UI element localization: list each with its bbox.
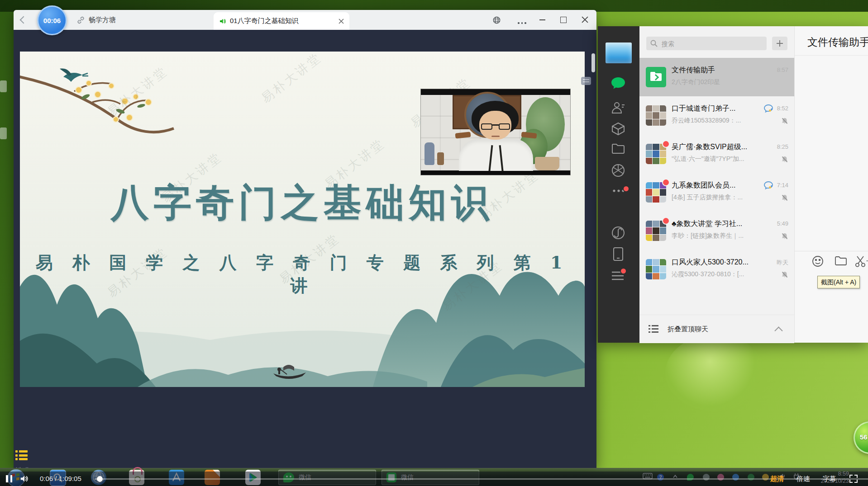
chat-name: 文件传输助手 <box>672 66 715 75</box>
mute-icon <box>782 194 788 201</box>
divider <box>795 251 868 251</box>
contacts-icon[interactable] <box>611 101 625 114</box>
video-subtitle: 易 朴 国 学 之 八 字 奇 门 专 题 系 列 第 1 讲 <box>20 251 585 297</box>
mini-program-icon[interactable] <box>611 226 625 240</box>
chat-preview: "弘道·六一"邀请"7YP"加... <box>672 155 744 163</box>
mute-icon <box>782 118 788 124</box>
mute-icon <box>782 233 788 240</box>
tab-close-icon[interactable] <box>339 19 344 24</box>
video-player-area[interactable]: 易朴大讲堂 易朴大讲堂 易朴大讲堂 易朴大讲堂 易朴大讲堂 易朴大讲堂 易朴大讲… <box>14 30 596 468</box>
search-box[interactable] <box>646 37 767 50</box>
chat-name: 吴广儒·象数SVIP超级... <box>672 142 747 152</box>
presenter-mouth <box>491 136 500 137</box>
favorites-icon[interactable] <box>611 122 625 136</box>
feedback-bubble-icon[interactable] <box>581 77 591 85</box>
menu-dots-icon[interactable] <box>517 19 527 27</box>
more-icon[interactable] <box>612 189 625 193</box>
tab-home[interactable]: 畅学方塘 <box>77 10 116 30</box>
send-file-icon[interactable] <box>835 255 847 266</box>
video-control-bar: 0:06 / 1:09:05 超清 倍速 字幕 <box>0 472 868 486</box>
playback-time: 0:06 / 1:09:05 <box>40 475 81 482</box>
taskbar: 微信 微信 ? 8:59 2023/10/23 <box>0 468 868 486</box>
chat-time: 昨天 <box>777 259 788 267</box>
desktop-icon-fragment <box>0 80 7 92</box>
chat-item-group[interactable]: 口于城道奇门弟子... 8:52 乔云峰15053328909：... <box>639 96 794 135</box>
collapse-pinned-row[interactable]: 折叠置顶聊天 <box>639 315 794 343</box>
chat-preview: [4条] 五子店拨撵推拿：... <box>672 193 743 202</box>
back-icon[interactable] <box>20 16 28 24</box>
files-icon[interactable] <box>611 143 625 155</box>
mute-icon <box>782 156 788 163</box>
security-score-ball[interactable]: 56 <box>854 421 868 454</box>
wechat-window: 文件传输助手 8:57 2八字奇门02印星 口于城道奇门弟子... 8:52 乔… <box>598 26 868 343</box>
progress-bar[interactable] <box>95 478 868 480</box>
chevron-up-icon <box>774 326 782 335</box>
chat-time: 8:52 <box>777 105 788 112</box>
pinned-list-icon <box>649 325 658 333</box>
video-title: 八字奇门之基础知识 <box>20 177 585 229</box>
glasses <box>481 123 510 131</box>
phone-icon[interactable] <box>613 247 624 261</box>
emoji-icon[interactable] <box>812 255 824 267</box>
fullscreen-icon[interactable] <box>849 474 858 483</box>
close-button[interactable] <box>582 16 588 23</box>
chat-item-group[interactable]: 九系象数团队会员... 7:14 [4条] 五子店拨撵推拿：... <box>639 173 794 212</box>
search-icon <box>650 40 658 47</box>
scrollbar-thumb[interactable] <box>591 53 595 72</box>
desktop-icon-fragment <box>0 127 7 139</box>
playlist-button[interactable]: 选集 <box>15 450 47 468</box>
plant-pot <box>535 157 559 170</box>
quality-button[interactable]: 超清 <box>770 475 784 483</box>
chat-list-panel: 文件传输助手 8:57 2八字奇门02印星 口于城道奇门弟子... 8:52 乔… <box>639 26 794 343</box>
notification-dot <box>620 268 627 274</box>
search-input[interactable] <box>661 38 762 50</box>
maximize-button[interactable] <box>560 17 567 23</box>
chats-icon[interactable] <box>611 77 625 90</box>
globe-icon[interactable] <box>492 16 501 24</box>
playlist-icon <box>15 450 28 461</box>
desktop: 56 畅学方塘 01八字奇门之基础知识 <box>0 0 868 486</box>
chat-time: 5:49 <box>777 220 788 227</box>
chat-preview: 乔云峰15053328909：... <box>672 117 741 125</box>
browser-titlebar: 畅学方塘 01八字奇门之基础知识 <box>14 10 596 30</box>
tab-home-label: 畅学方塘 <box>89 16 116 24</box>
chat-name: 九系象数团队会员... <box>672 181 735 190</box>
pause-button[interactable] <box>6 475 12 482</box>
session-timer-badge[interactable]: 00:06 <box>37 5 67 35</box>
webcam-letterbox <box>421 171 570 175</box>
chat-item-file-transfer[interactable]: 文件传输助手 8:57 2八字奇门02印星 <box>639 58 794 96</box>
add-chat-button[interactable] <box>772 37 787 50</box>
chat-preview: 沁霞5300·3720·0810：[... <box>672 270 744 278</box>
chat-item-group[interactable]: 吴广儒·象数SVIP超级... 8:25 "弘道·六一"邀请"7YP"加... <box>639 135 794 173</box>
chat-panel-title: 文件传输助手 <box>807 35 868 49</box>
moments-icon[interactable] <box>611 164 625 177</box>
screenshot-scissors-icon[interactable] <box>854 255 868 268</box>
chat-time: 8:25 <box>777 143 788 150</box>
tab-active[interactable]: 01八字奇门之基础知识 <box>214 12 349 30</box>
user-avatar[interactable] <box>606 42 632 63</box>
chat-preview: 2八字奇门02印星 <box>672 78 720 86</box>
group-helper-icon <box>764 181 773 189</box>
chat-item-group[interactable]: ♣象数大讲堂 学习社... 5:49 李眇：[链接]象数养生｜... <box>639 212 794 250</box>
speed-button[interactable]: 倍速 <box>796 475 810 483</box>
tab-active-label: 01八字奇门之基础知识 <box>230 17 335 25</box>
chat-preview: 李眇：[链接]象数养生｜... <box>672 232 744 240</box>
unread-dot <box>662 140 670 148</box>
menu-icon[interactable] <box>611 271 624 280</box>
vase <box>424 142 434 165</box>
unread-dot <box>662 179 670 186</box>
player-volume-icon[interactable] <box>20 475 29 483</box>
group-helper-icon <box>764 104 773 113</box>
chat-time: 8:57 <box>777 66 788 73</box>
unread-dot <box>662 217 670 225</box>
chat-item-group[interactable]: 口风火家人5300·3720... 昨天 沁霞5300·3720·0810：[.… <box>639 250 794 288</box>
chat-name: 口于城道奇门弟子... <box>672 104 735 113</box>
file-transfer-avatar <box>646 67 666 87</box>
chat-name: ♣象数大讲堂 学习社... <box>672 219 742 229</box>
presenter-webcam <box>421 89 570 175</box>
subtitle-button[interactable]: 字幕 <box>823 475 836 483</box>
minimize-button[interactable] <box>539 19 545 20</box>
progress-handle[interactable] <box>97 476 103 482</box>
collapse-pinned-label: 折叠置顶聊天 <box>668 325 708 334</box>
chat-content-panel: 文件传输助手 截图(Alt + A) <box>794 26 868 343</box>
